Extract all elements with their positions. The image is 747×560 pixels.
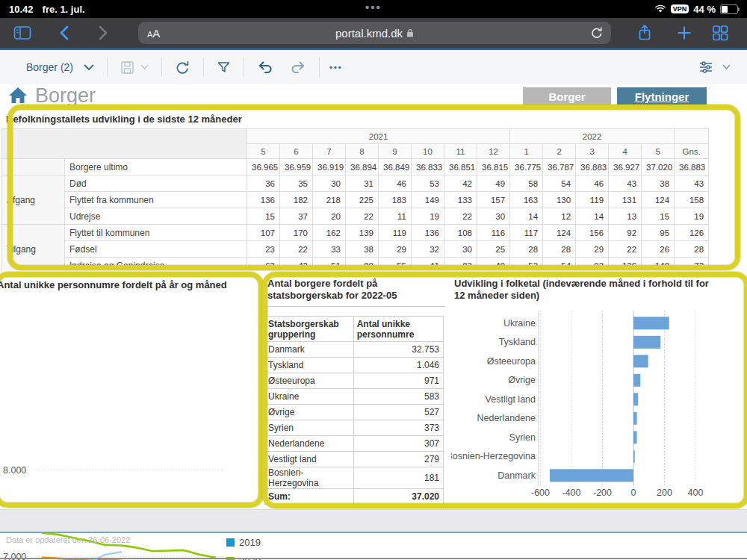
settings-chevron-down-icon[interactable] <box>719 64 734 70</box>
sidebar-toggle-button[interactable] <box>12 18 33 48</box>
population-table-title: Befolkningstallets udvikling i de sidste… <box>1 109 713 128</box>
svg-text:0: 0 <box>631 488 636 498</box>
save-chevron-down-icon[interactable] <box>137 64 152 70</box>
address-bar[interactable]: AA portal.kmd.dk <box>138 22 611 44</box>
svg-text:2019: 2019 <box>239 537 261 548</box>
safari-toolbar: AA portal.kmd.dk <box>0 18 747 48</box>
line-chart-title: Antal unikke personnumre fordelt på år o… <box>0 279 258 290</box>
undo-button[interactable] <box>254 60 276 75</box>
table-row: Flyttet fra kommunen13618221822518314913… <box>2 192 709 208</box>
data-updated-text: Data er opdateret den 26-06-2022 <box>6 535 130 544</box>
tab-borger[interactable]: Borger <box>523 87 611 106</box>
svg-text:Bosnien-Herzegovina: Bosnien-Herzegovina <box>451 451 536 461</box>
svg-text:-600: -600 <box>531 488 550 498</box>
table-row: Øvrige527 <box>265 405 444 420</box>
footer-divider <box>0 532 747 533</box>
table-row: Nederlandene307 <box>265 436 444 452</box>
settings-sliders-button[interactable] <box>695 60 716 74</box>
citizenship-table: Statsborgerskab grupperingAntal unikke p… <box>264 316 444 505</box>
page-bottom-strip <box>0 509 747 532</box>
table-row: Borgere ultimo36.96536.95936.91936.89436… <box>2 159 709 175</box>
refresh-button[interactable] <box>172 60 193 75</box>
filter-button[interactable] <box>214 60 234 75</box>
reload-button[interactable] <box>590 26 604 40</box>
table-row: Ukraine583 <box>265 389 444 405</box>
page-top-border <box>0 48 747 50</box>
table-row: TilgangFlyttet til kommunen1071701621391… <box>2 225 709 241</box>
bar-chart-panel: Udvikling i folketal (indeværende måned … <box>451 273 744 509</box>
lock-icon <box>406 28 414 37</box>
table-row: AfgangDød3635303146534249585446433843 <box>2 175 709 192</box>
population-table-panel: Befolkningstallets udvikling i de sidste… <box>1 109 713 270</box>
url-text: portal.kmd.dk <box>138 22 611 44</box>
svg-text:Vestligt land: Vestligt land <box>486 394 536 405</box>
svg-text:Ukraine: Ukraine <box>503 318 536 329</box>
tab-flytninger[interactable]: Flytninger <box>617 87 707 106</box>
table-row: Tyskland1.046 <box>265 358 444 373</box>
share-button[interactable] <box>635 18 654 48</box>
svg-text:-400: -400 <box>562 488 580 498</box>
view-selector[interactable]: Borger (2) <box>26 61 73 73</box>
citizenship-table-panel: Antal borgere fordelt på statsborgerskab… <box>264 278 445 505</box>
ios-status-bar: 10.42 fre. 1. jul. ••• VPN 44 % <box>0 0 747 18</box>
table-row: Syrien373 <box>265 420 444 436</box>
svg-text:Tyskland: Tyskland <box>499 337 536 347</box>
table-row: Vestligt land279 <box>265 452 444 467</box>
tab-overview-button[interactable] <box>710 18 731 48</box>
table-row: Indrejse og Genindrejse62425180554183495… <box>2 258 709 271</box>
page-header: Borger Borger Flytninger <box>0 84 747 107</box>
table-row: Fødsel2322333829323025282829222628 <box>2 241 709 258</box>
bar-chart: -600-400-2000200400UkraineTysklandØsteeu… <box>451 306 743 502</box>
forward-button[interactable] <box>94 18 112 48</box>
population-table: 202120225678910111212345Gns.Borgere ulti… <box>1 128 709 270</box>
svg-text:Nederlandene: Nederlandene <box>477 413 536 423</box>
save-button[interactable] <box>117 60 137 75</box>
sum-row: Sum:37.020 <box>265 489 444 505</box>
table-row: Danmark32.753 <box>265 342 444 358</box>
screen-bottom-line <box>0 558 747 559</box>
table-row: Østeeuropa971 <box>265 373 444 389</box>
dashboard-toolbar: Borger (2) ••• <box>0 50 747 85</box>
svg-text:-200: -200 <box>593 488 612 498</box>
ipad-screen: 10.42 fre. 1. jul. ••• VPN 44 % AA <box>0 0 747 560</box>
svg-text:Danmark: Danmark <box>498 470 536 481</box>
multitask-dots: ••• <box>0 1 747 13</box>
table-row: Udrejse1537202211192230141214131519 <box>2 208 709 225</box>
citizenship-table-title: Antal borgere fordelt på statsborgerskab… <box>264 278 445 307</box>
new-tab-button[interactable] <box>675 18 694 48</box>
svg-text:Øvrige: Øvrige <box>508 375 536 385</box>
line-chart-panel: Antal unikke personnumre fordelt på år o… <box>0 273 264 509</box>
svg-text:Syrien: Syrien <box>509 432 536 443</box>
view-selector-chevron-down-icon[interactable] <box>81 64 97 71</box>
back-button[interactable] <box>55 18 73 48</box>
home-icon[interactable] <box>7 86 28 105</box>
svg-text:Østeeuropa: Østeeuropa <box>487 356 536 367</box>
battery-icon <box>720 4 738 14</box>
more-options-button[interactable]: ••• <box>329 63 343 72</box>
dashboard-content: Befolkningstallets udvikling i de sidste… <box>0 107 747 509</box>
redo-button[interactable] <box>287 60 309 75</box>
svg-text:400: 400 <box>688 488 704 498</box>
table-row: Bosnien-Herzegovina181 <box>265 467 444 489</box>
svg-text:200: 200 <box>657 488 672 498</box>
bar-chart-title: Udvikling i folketal (indeværende måned … <box>454 278 717 302</box>
page-title: Borger <box>35 84 96 108</box>
svg-text:8.000: 8.000 <box>3 465 26 476</box>
